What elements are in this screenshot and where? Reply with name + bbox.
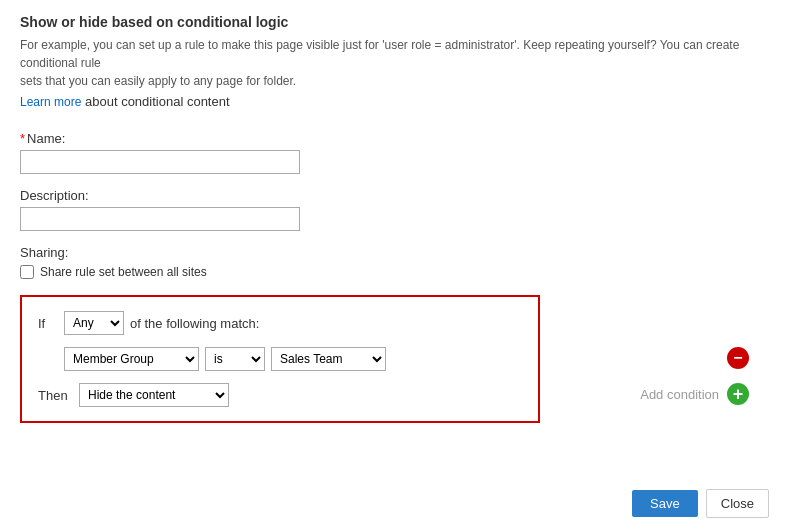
any-select[interactable]: Any [64,311,124,335]
action-select[interactable]: Hide the contentShow the content [79,383,229,407]
learn-more-link[interactable]: Learn more [20,95,81,109]
remove-condition-container: − [727,347,749,369]
minus-icon: − [733,350,742,366]
plus-icon: + [733,385,744,403]
name-field-group: *Name: [20,131,769,174]
remove-condition-button[interactable]: − [727,347,749,369]
learn-more-suffix: about conditional content [81,94,229,109]
of-following-text: of the following match: [130,316,259,331]
description-input[interactable] [20,207,300,231]
save-button[interactable]: Save [632,490,698,517]
description-text: For example, you can set up a rule to ma… [20,36,760,90]
page-title: Show or hide based on conditional logic [20,14,769,30]
then-label: Then [38,388,73,403]
close-button[interactable]: Close [706,489,769,518]
sharing-checkbox-label: Share rule set between all sites [40,265,207,279]
operator-select[interactable]: isis not [205,347,265,371]
condition-box: If Any of the following match: Member Gr… [20,295,540,423]
add-condition-button[interactable]: + [727,383,749,405]
sharing-checkbox[interactable] [20,265,34,279]
bottom-bar: Save Close [632,489,769,518]
add-condition-label: Add condition [640,387,719,402]
sharing-section: Sharing: Share rule set between all site… [20,245,769,279]
name-label: *Name: [20,131,769,146]
name-input[interactable] [20,150,300,174]
value-select[interactable]: Sales TeamAdminManagers [271,347,386,371]
name-required: * [20,131,25,146]
sharing-label: Sharing: [20,245,769,260]
if-label: If [38,316,58,331]
rule-select[interactable]: Member GroupUser RoleIP Address [64,347,199,371]
description-field-group: Description: [20,188,769,231]
description-label: Description: [20,188,769,203]
